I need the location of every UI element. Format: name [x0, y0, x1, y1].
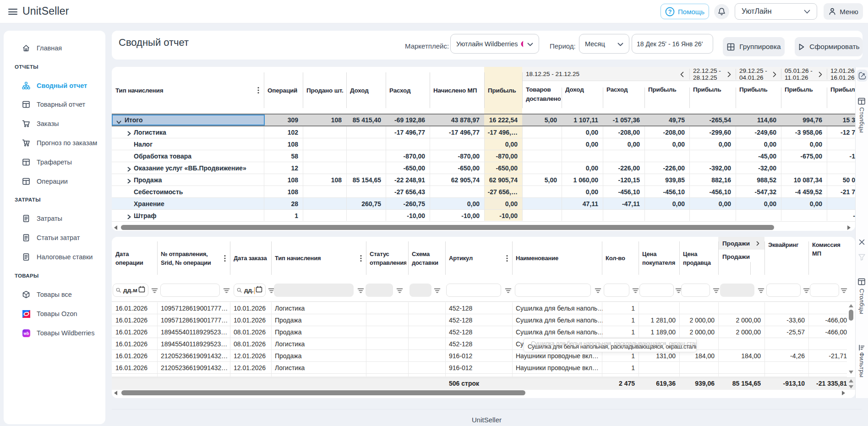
svg-text:?: ? — [668, 8, 672, 15]
svg-text:wb: wb — [23, 331, 29, 335]
